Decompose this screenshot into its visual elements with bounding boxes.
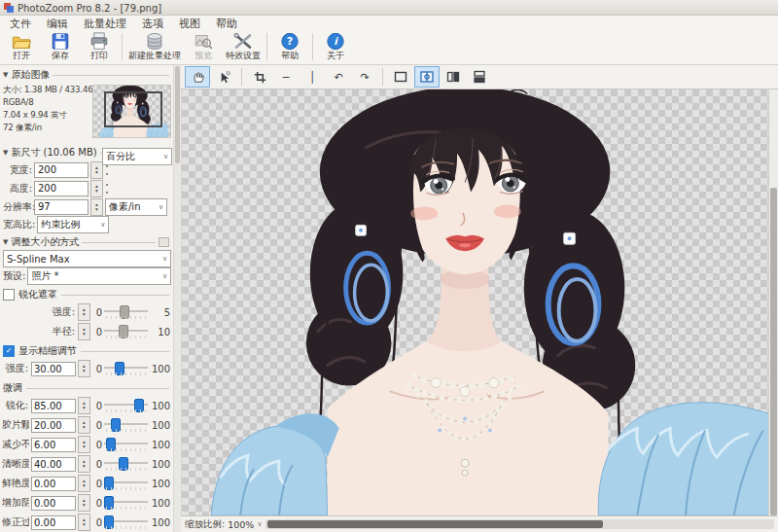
slider-track[interactable] <box>104 304 148 320</box>
slider-thumb[interactable] <box>119 457 128 471</box>
resolution-input[interactable]: 97 <box>34 199 88 215</box>
navigator-view-rect[interactable] <box>104 91 162 127</box>
preview-image[interactable] <box>182 89 778 515</box>
save-button[interactable]: 保存 <box>41 32 80 63</box>
resize-method-dropdown[interactable]: S-Spline Max ∨ <box>3 250 171 267</box>
print-button[interactable]: 打印 <box>80 32 119 63</box>
slider-stepper[interactable]: ▴ ▾ <box>78 416 90 434</box>
view-side-by-side[interactable] <box>441 66 466 88</box>
spin-down-icon[interactable]: ▾ <box>83 332 86 337</box>
slider-track[interactable] <box>104 476 148 491</box>
slider-value-input[interactable]: 0.00 <box>31 515 76 530</box>
rotate-cw[interactable]: ↷ <box>352 66 377 88</box>
height-input[interactable]: 200 <box>34 181 88 196</box>
unsharp-mask-checkbox[interactable] <box>3 289 15 301</box>
sidebar-scrollbar-thumb[interactable] <box>175 66 180 163</box>
vertical-scrollbar[interactable] <box>768 89 778 515</box>
slider-stepper[interactable]: ▴ ▾ <box>78 360 90 377</box>
aspect-dropdown[interactable]: 约束比例 ∨ <box>37 216 109 233</box>
resolution-unit-dropdown[interactable]: 像素/in ∨ <box>105 198 167 216</box>
slider-track[interactable] <box>104 417 148 433</box>
slider-thumb[interactable] <box>119 325 128 338</box>
vertical-scrollbar-thumb[interactable] <box>770 188 777 515</box>
slider-track[interactable] <box>104 437 148 452</box>
spin-down-icon[interactable]: ▾ <box>83 522 86 527</box>
slider-track[interactable] <box>104 361 148 376</box>
help-button[interactable]: ? 帮助 <box>270 32 309 63</box>
size-unit-dropdown[interactable]: 百分比 ∨ <box>102 148 172 165</box>
slider-track[interactable] <box>104 398 148 413</box>
view-split[interactable] <box>414 66 440 88</box>
slider-stepper[interactable]: ▴ ▾ <box>78 494 90 512</box>
menu-item[interactable]: 编辑 <box>39 16 76 32</box>
spin-down-icon[interactable]: ▾ <box>95 170 98 175</box>
pan-tool[interactable] <box>185 66 210 88</box>
spin-down-icon[interactable]: ▾ <box>83 406 86 410</box>
horizontal-scrollbar-thumb[interactable] <box>267 520 604 528</box>
slider-thumb[interactable] <box>115 362 124 375</box>
spin-down-icon[interactable]: ▾ <box>83 483 86 488</box>
crop-tool[interactable] <box>247 66 272 88</box>
menu-item[interactable]: 选项 <box>134 16 171 32</box>
cursor-tool[interactable] <box>211 66 236 88</box>
section-options-button[interactable] <box>159 237 169 247</box>
unsharp-mask-toggle[interactable]: 锐化遮罩 <box>0 285 173 302</box>
slider-thumb[interactable] <box>134 399 144 412</box>
slider-thumb[interactable] <box>104 515 114 529</box>
slider-value-input[interactable]: 40.00 <box>31 457 76 472</box>
slider-value-input[interactable]: 30.00 <box>31 362 76 376</box>
spin-down-icon[interactable]: ▾ <box>83 312 86 317</box>
spin-down-icon[interactable]: ▾ <box>83 369 86 373</box>
slider-value-input[interactable]: 0.00 <box>31 477 76 491</box>
slider-track[interactable] <box>104 456 148 472</box>
spin-down-icon[interactable]: ▾ <box>83 425 86 430</box>
slider-track[interactable] <box>104 324 148 339</box>
slider-value-input[interactable]: 85.00 <box>31 399 76 413</box>
slider-thumb[interactable] <box>111 418 121 432</box>
rotate-ccw[interactable]: ↶ <box>326 66 351 88</box>
slider-thumb[interactable] <box>120 305 129 319</box>
preset-dropdown[interactable]: 照片 * ∨ <box>27 267 171 285</box>
slider-stepper[interactable]: ▴ ▾ <box>78 397 90 414</box>
view-single[interactable] <box>388 66 413 88</box>
slider-stepper[interactable]: ▴ ▾ <box>78 514 90 531</box>
menu-item[interactable]: 帮助 <box>208 16 245 32</box>
slider-stepper[interactable]: ▴ ▾ <box>78 436 90 453</box>
sidebar-scrollbar[interactable] <box>173 65 181 532</box>
preview-canvas[interactable] <box>181 89 778 515</box>
slider-stepper[interactable]: ▴ ▾ <box>78 455 90 473</box>
zoom-dropdown[interactable]: 100% ∨ <box>228 519 262 530</box>
spin-down-icon[interactable]: ▾ <box>83 503 86 508</box>
spin-down-icon[interactable]: ▾ <box>83 444 86 449</box>
horizontal-scrollbar[interactable] <box>265 519 775 529</box>
navigator-thumbnail[interactable] <box>92 85 171 138</box>
flip-vertical[interactable]: │ <box>300 66 325 88</box>
slider-value-input[interactable]: 6.00 <box>31 438 76 452</box>
effect-settings-button[interactable]: 特效设置 <box>223 32 264 63</box>
slider-thumb[interactable] <box>104 477 114 490</box>
width-input[interactable]: 200 <box>34 162 88 178</box>
slider-thumb[interactable] <box>106 438 116 451</box>
spin-down-icon[interactable]: ▾ <box>95 207 98 212</box>
resolution-stepper[interactable]: ▴ ▾ <box>90 198 103 216</box>
fine-tuning-checkbox[interactable]: ✓ <box>3 345 15 357</box>
resize-method-section-header[interactable]: ▼ 调整大小的方式 <box>0 232 173 250</box>
menu-item[interactable]: 文件 <box>2 16 39 32</box>
slider-stepper[interactable]: ▴ ▾ <box>78 323 90 340</box>
slider-stepper[interactable]: ▴ ▾ <box>78 303 90 321</box>
new-batch-button[interactable]: 新建批量处理 <box>125 32 184 63</box>
flip-horizontal[interactable]: ─ <box>273 66 299 88</box>
open-button[interactable]: 打开 <box>2 32 41 63</box>
original-image-section-header[interactable]: ▼ 原始图像 <box>0 65 173 83</box>
about-button[interactable]: i 关于 <box>316 32 355 63</box>
slider-thumb[interactable] <box>104 496 114 510</box>
slider-track[interactable] <box>104 514 148 530</box>
menu-item[interactable]: 批量处理 <box>76 16 134 32</box>
height-stepper[interactable]: ▴ ▾ <box>90 180 103 197</box>
fine-tuning-toggle[interactable]: ✓ 显示精细调节 <box>0 341 173 359</box>
slider-track[interactable] <box>104 495 148 511</box>
spin-down-icon[interactable]: ▾ <box>83 464 86 469</box>
spin-down-icon[interactable]: ▾ <box>95 189 98 194</box>
slider-stepper[interactable]: ▴ ▾ <box>78 475 90 492</box>
slider-value-input[interactable]: 20.00 <box>31 418 76 433</box>
